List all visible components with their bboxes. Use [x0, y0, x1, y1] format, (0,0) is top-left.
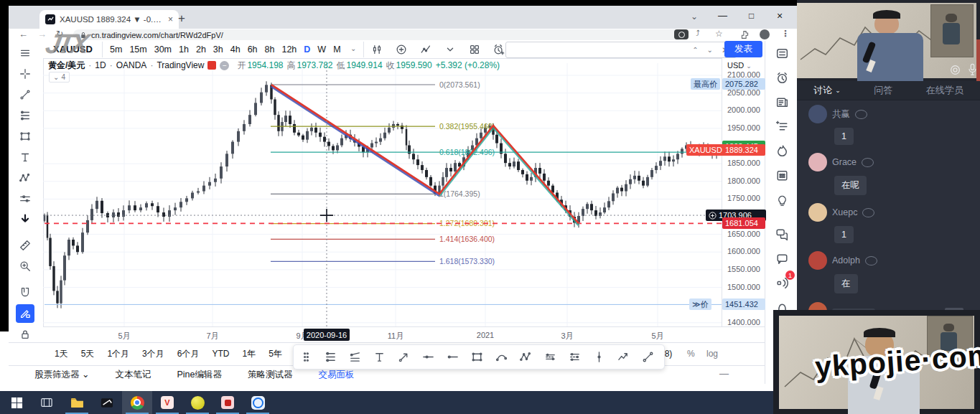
private-chat-icon[interactable] — [771, 248, 793, 269]
window-minimize-icon[interactable]: — — [718, 10, 727, 21]
publish-button[interactable]: 发表 — [724, 41, 762, 57]
zoom-in-tool[interactable] — [16, 257, 34, 276]
floating-drawing-toolbar[interactable] — [293, 344, 665, 370]
indicators-icon[interactable] — [416, 40, 435, 59]
horizontal-ray-icon[interactable] — [443, 347, 462, 367]
public-chats-icon[interactable] — [771, 223, 793, 245]
fib-retracement-tool[interactable] — [16, 106, 34, 125]
back-icon[interactable]: ← — [19, 29, 28, 39]
time-scale[interactable]: 5月7月9月11月20213月5月 2020-09-16 — [43, 326, 765, 343]
fib-channel-icon[interactable] — [345, 347, 365, 367]
chat-tab-在线学员[interactable]: 在线学员 — [926, 84, 963, 97]
taskbar-task-view[interactable] — [32, 391, 62, 414]
horizontal-line-icon[interactable] — [419, 347, 438, 367]
taskbar-stock-app-red[interactable]: V — [152, 391, 182, 414]
vertical-line-icon[interactable] — [589, 347, 609, 367]
range-5年[interactable]: 5年 — [262, 343, 289, 364]
alerts-clock-icon[interactable] — [771, 67, 793, 88]
price-scale[interactable]: USD ⌄ 2100.0002050.0002000.0001950.00018… — [722, 58, 765, 326]
log-scale-button[interactable]: log — [706, 349, 718, 359]
taskbar-meeting-app-red[interactable] — [213, 391, 243, 414]
panel-tab-Pine编辑器[interactable]: Pine编辑器 — [164, 366, 235, 384]
rectangle-icon[interactable] — [467, 347, 487, 367]
search-box[interactable]: ⌃ ⌄ ✕ — [505, 42, 737, 58]
chart-legend[interactable]: 黄金/美元 · 1D · OANDA · TradingView − 开1954… — [48, 60, 500, 70]
ruler-tool[interactable] — [16, 236, 34, 255]
search-next-icon[interactable]: ⌄ — [707, 46, 713, 54]
taskbar-start[interactable] — [1, 391, 32, 414]
hotlists-icon[interactable] — [771, 140, 793, 161]
text-icon[interactable] — [370, 347, 389, 367]
crosshair-tool[interactable] — [16, 65, 34, 83]
window-close-icon[interactable]: × — [777, 10, 783, 22]
zigzag-icon[interactable] — [614, 347, 633, 367]
watchlist-icon[interactable] — [771, 42, 793, 64]
plus-circle-icon[interactable] — [709, 212, 717, 220]
timeframe-6h[interactable]: 6h — [244, 41, 261, 58]
range-6个月[interactable]: 6个月 — [171, 343, 206, 364]
url-bar[interactable]: cn.tradingview.com/chart/RWd2dFpV/ — [73, 29, 682, 40]
timeframe-15m[interactable]: 15m — [126, 41, 150, 58]
xabcd-pattern-icon[interactable] — [516, 347, 536, 367]
panel-tab-股票筛选器[interactable]: 股票筛选器 ⌄ — [22, 366, 102, 384]
disjoint-channel-icon[interactable] — [565, 347, 584, 367]
patterns-tool[interactable] — [16, 169, 34, 187]
range-1个月[interactable]: 1个月 — [101, 343, 136, 364]
timeframe-M[interactable]: M — [330, 41, 344, 58]
drawing-lock-tool[interactable] — [16, 304, 34, 323]
hidden-indicators-chip[interactable]: ⌄4 — [49, 72, 70, 83]
media-extension-icon[interactable] — [674, 29, 689, 39]
news-icon[interactable] — [771, 91, 793, 113]
timeframe-12h[interactable]: 12h — [278, 41, 300, 58]
timeframe-3h[interactable]: 3h — [210, 41, 227, 58]
currency-selector[interactable]: USD ⌄ — [727, 61, 752, 70]
search-prev-icon[interactable]: ⌃ — [692, 46, 698, 54]
speaker-video[interactable] — [797, 0, 980, 81]
timeframe-2h[interactable]: 2h — [192, 41, 210, 58]
tab-search-icon[interactable]: ⌄ — [691, 11, 698, 22]
menu-tool[interactable] — [16, 44, 34, 62]
layout-grid-icon[interactable] — [465, 40, 484, 59]
percent-scale-button[interactable]: % — [687, 349, 695, 359]
ideas-icon[interactable] — [771, 189, 793, 210]
arrow-mark-down-tool[interactable] — [16, 210, 34, 229]
panel-minimize-button[interactable]: — — [719, 368, 729, 379]
trend-line-icon[interactable] — [638, 347, 658, 367]
tab-close-icon[interactable]: × — [168, 14, 173, 24]
timeframe-D[interactable]: D — [300, 41, 314, 58]
browser-menu-dots-icon[interactable]: ⋮ — [781, 29, 790, 39]
timeframe-5m[interactable]: 5m — [106, 41, 126, 58]
window-maximize-icon[interactable]: □ — [749, 11, 754, 21]
streams-icon[interactable]: 1 — [771, 272, 793, 293]
timeframe-4h[interactable]: 4h — [227, 41, 244, 58]
compare-plus-icon[interactable] — [392, 40, 411, 59]
bookmark-star-icon[interactable]: ☆ — [715, 29, 723, 39]
parallel-channel-icon[interactable] — [541, 347, 560, 367]
arrow-icon[interactable] — [394, 347, 414, 367]
chevron-down-icon[interactable] — [441, 40, 459, 59]
prediction-tool[interactable] — [16, 189, 34, 208]
timeframe-1h[interactable]: 1h — [175, 41, 192, 58]
lock-all-tool[interactable] — [16, 325, 34, 344]
extensions-icon[interactable] — [740, 30, 750, 39]
range-YTD[interactable]: YTD — [205, 343, 235, 364]
range-1天[interactable]: 1天 — [48, 343, 75, 364]
shapes-tool[interactable] — [16, 127, 34, 146]
candlestick-chart[interactable]: 0(2073.561)0.382(1955.460)0.618(1882.496… — [43, 63, 722, 326]
chat-message-list[interactable]: 共赢1Grace在呢Xuepc1Adolph在Adolph还有一个2.618 — [808, 105, 974, 301]
range-3个月[interactable]: 3个月 — [136, 343, 171, 364]
taskbar-browser-yellow[interactable] — [182, 391, 213, 414]
timeframe-W[interactable]: W — [314, 41, 330, 58]
eye-toggle-icon[interactable]: − — [220, 61, 229, 70]
magnet-tool[interactable] — [16, 283, 34, 302]
timeframe-30m[interactable]: 30m — [151, 41, 175, 58]
taskbar-chrome[interactable] — [122, 391, 152, 414]
camera-toggle-icon[interactable] — [949, 65, 961, 75]
notes-icon[interactable] — [771, 116, 793, 137]
pip-video[interactable]: ykpojie·com — [773, 310, 980, 414]
chart-style-candles-icon[interactable] — [368, 40, 386, 59]
browser-tab[interactable]: XAUUSD 1889.324 ▼ -0.77% × — [39, 10, 179, 29]
curve-icon[interactable] — [492, 347, 511, 367]
panel-tab-文本笔记[interactable]: 文本笔记 — [102, 366, 164, 384]
timeframe-8h[interactable]: 8h — [261, 41, 279, 58]
